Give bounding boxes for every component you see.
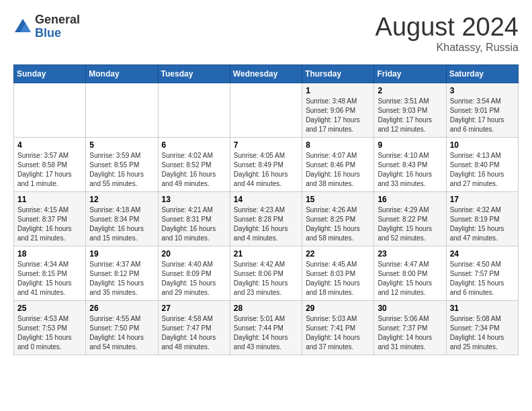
day-number: 11 xyxy=(17,195,82,204)
day-number: 19 xyxy=(89,249,154,259)
logo: General Blue xyxy=(13,13,80,40)
calendar-cell: 19Sunrise: 4:37 AM Sunset: 8:12 PM Dayli… xyxy=(86,246,158,300)
day-number: 13 xyxy=(162,195,226,204)
day-info: Sunrise: 4:26 AM Sunset: 8:25 PM Dayligh… xyxy=(306,205,370,243)
day-number: 16 xyxy=(378,195,442,204)
day-info: Sunrise: 4:23 AM Sunset: 8:28 PM Dayligh… xyxy=(234,205,298,243)
day-number: 28 xyxy=(234,304,298,313)
day-info: Sunrise: 3:59 AM Sunset: 8:55 PM Dayligh… xyxy=(89,151,154,189)
calendar-cell: 9Sunrise: 4:10 AM Sunset: 8:43 PM Daylig… xyxy=(374,137,446,191)
day-number: 22 xyxy=(306,249,370,259)
calendar-cell: 29Sunrise: 5:03 AM Sunset: 7:41 PM Dayli… xyxy=(302,300,374,355)
calendar-cell: 23Sunrise: 4:47 AM Sunset: 8:00 PM Dayli… xyxy=(374,246,446,300)
calendar-cell: 17Sunrise: 4:32 AM Sunset: 8:19 PM Dayli… xyxy=(446,191,518,246)
calendar-cell xyxy=(230,83,302,137)
calendar-cell: 28Sunrise: 5:01 AM Sunset: 7:44 PM Dayli… xyxy=(230,300,302,355)
calendar-cell: 4Sunrise: 3:57 AM Sunset: 8:58 PM Daylig… xyxy=(14,137,86,191)
day-of-week-header: Thursday xyxy=(302,64,374,83)
day-info: Sunrise: 4:05 AM Sunset: 8:49 PM Dayligh… xyxy=(234,151,298,189)
day-number: 23 xyxy=(378,249,442,259)
calendar-table: SundayMondayTuesdayWednesdayThursdayFrid… xyxy=(13,64,519,355)
logo-blue-text: Blue xyxy=(35,27,80,40)
day-of-week-header: Wednesday xyxy=(230,64,302,83)
calendar-week-row: 18Sunrise: 4:34 AM Sunset: 8:15 PM Dayli… xyxy=(14,246,519,300)
day-info: Sunrise: 4:50 AM Sunset: 7:57 PM Dayligh… xyxy=(450,260,515,298)
day-number: 18 xyxy=(17,249,82,259)
calendar-cell: 20Sunrise: 4:40 AM Sunset: 8:09 PM Dayli… xyxy=(158,246,230,300)
day-info: Sunrise: 4:53 AM Sunset: 7:53 PM Dayligh… xyxy=(17,314,82,352)
calendar-cell: 21Sunrise: 4:42 AM Sunset: 8:06 PM Dayli… xyxy=(230,246,302,300)
day-number: 21 xyxy=(234,249,298,259)
day-info: Sunrise: 4:37 AM Sunset: 8:12 PM Dayligh… xyxy=(89,260,154,298)
day-number: 29 xyxy=(306,304,370,313)
day-info: Sunrise: 5:03 AM Sunset: 7:41 PM Dayligh… xyxy=(306,314,370,352)
day-number: 7 xyxy=(234,140,298,150)
day-number: 1 xyxy=(306,86,370,95)
day-info: Sunrise: 4:02 AM Sunset: 8:52 PM Dayligh… xyxy=(162,151,226,189)
day-number: 31 xyxy=(450,304,515,313)
calendar-cell: 8Sunrise: 4:07 AM Sunset: 8:46 PM Daylig… xyxy=(302,137,374,191)
day-number: 17 xyxy=(450,195,515,204)
day-number: 2 xyxy=(378,86,442,95)
calendar-cell: 18Sunrise: 4:34 AM Sunset: 8:15 PM Dayli… xyxy=(14,246,86,300)
day-number: 10 xyxy=(450,140,515,150)
day-info: Sunrise: 3:54 AM Sunset: 9:01 PM Dayligh… xyxy=(450,97,515,134)
calendar-cell: 5Sunrise: 3:59 AM Sunset: 8:55 PM Daylig… xyxy=(86,137,158,191)
day-number: 25 xyxy=(17,304,82,313)
day-info: Sunrise: 5:01 AM Sunset: 7:44 PM Dayligh… xyxy=(234,314,298,352)
day-of-week-header: Tuesday xyxy=(158,64,230,83)
calendar-cell: 16Sunrise: 4:29 AM Sunset: 8:22 PM Dayli… xyxy=(374,191,446,246)
day-number: 30 xyxy=(378,304,442,313)
day-info: Sunrise: 5:06 AM Sunset: 7:37 PM Dayligh… xyxy=(378,314,442,352)
calendar-header: SundayMondayTuesdayWednesdayThursdayFrid… xyxy=(14,64,519,83)
day-info: Sunrise: 4:29 AM Sunset: 8:22 PM Dayligh… xyxy=(378,205,442,243)
day-info: Sunrise: 4:45 AM Sunset: 8:03 PM Dayligh… xyxy=(306,260,370,298)
calendar-cell: 6Sunrise: 4:02 AM Sunset: 8:52 PM Daylig… xyxy=(158,137,230,191)
page-header: General Blue August 2024 Khatassy, Russi… xyxy=(13,13,519,54)
day-info: Sunrise: 4:55 AM Sunset: 7:50 PM Dayligh… xyxy=(89,314,154,352)
calendar-week-row: 25Sunrise: 4:53 AM Sunset: 7:53 PM Dayli… xyxy=(14,300,519,355)
day-number: 3 xyxy=(450,86,515,95)
day-info: Sunrise: 4:18 AM Sunset: 8:34 PM Dayligh… xyxy=(89,205,154,243)
calendar-cell: 1Sunrise: 3:48 AM Sunset: 9:06 PM Daylig… xyxy=(302,83,374,137)
day-info: Sunrise: 4:10 AM Sunset: 8:43 PM Dayligh… xyxy=(378,151,442,189)
calendar-week-row: 11Sunrise: 4:15 AM Sunset: 8:37 PM Dayli… xyxy=(14,191,519,246)
calendar-cell: 15Sunrise: 4:26 AM Sunset: 8:25 PM Dayli… xyxy=(302,191,374,246)
day-number: 14 xyxy=(234,195,298,204)
calendar-cell: 27Sunrise: 4:58 AM Sunset: 7:47 PM Dayli… xyxy=(158,300,230,355)
day-of-week-header: Monday xyxy=(86,64,158,83)
calendar-cell: 30Sunrise: 5:06 AM Sunset: 7:37 PM Dayli… xyxy=(374,300,446,355)
days-of-week-row: SundayMondayTuesdayWednesdayThursdayFrid… xyxy=(14,64,519,83)
day-number: 9 xyxy=(378,140,442,150)
calendar-cell: 14Sunrise: 4:23 AM Sunset: 8:28 PM Dayli… xyxy=(230,191,302,246)
day-of-week-header: Friday xyxy=(374,64,446,83)
calendar-cell: 11Sunrise: 4:15 AM Sunset: 8:37 PM Dayli… xyxy=(14,191,86,246)
day-info: Sunrise: 3:51 AM Sunset: 9:03 PM Dayligh… xyxy=(378,97,442,134)
calendar-body: 1Sunrise: 3:48 AM Sunset: 9:06 PM Daylig… xyxy=(14,83,519,355)
calendar-cell xyxy=(14,83,86,137)
day-info: Sunrise: 4:47 AM Sunset: 8:00 PM Dayligh… xyxy=(378,260,442,298)
location-subtitle: Khatassy, Russia xyxy=(375,42,519,54)
day-number: 26 xyxy=(89,304,154,313)
calendar-cell: 7Sunrise: 4:05 AM Sunset: 8:49 PM Daylig… xyxy=(230,137,302,191)
day-info: Sunrise: 3:48 AM Sunset: 9:06 PM Dayligh… xyxy=(306,97,370,134)
title-block: August 2024 Khatassy, Russia xyxy=(375,13,519,54)
day-number: 24 xyxy=(450,249,515,259)
day-info: Sunrise: 4:07 AM Sunset: 8:46 PM Dayligh… xyxy=(306,151,370,189)
day-info: Sunrise: 4:21 AM Sunset: 8:31 PM Dayligh… xyxy=(162,205,226,243)
calendar-cell: 13Sunrise: 4:21 AM Sunset: 8:31 PM Dayli… xyxy=(158,191,230,246)
calendar-week-row: 1Sunrise: 3:48 AM Sunset: 9:06 PM Daylig… xyxy=(14,83,519,137)
day-number: 4 xyxy=(17,140,82,150)
day-number: 12 xyxy=(89,195,154,204)
day-info: Sunrise: 4:42 AM Sunset: 8:06 PM Dayligh… xyxy=(234,260,298,298)
logo-general-text: General xyxy=(35,13,80,27)
day-number: 15 xyxy=(306,195,370,204)
calendar-cell: 3Sunrise: 3:54 AM Sunset: 9:01 PM Daylig… xyxy=(446,83,518,137)
calendar-cell: 26Sunrise: 4:55 AM Sunset: 7:50 PM Dayli… xyxy=(86,300,158,355)
day-info: Sunrise: 4:58 AM Sunset: 7:47 PM Dayligh… xyxy=(162,314,226,352)
day-number: 5 xyxy=(89,140,154,150)
day-number: 20 xyxy=(162,249,226,259)
day-of-week-header: Saturday xyxy=(446,64,518,83)
calendar-cell: 2Sunrise: 3:51 AM Sunset: 9:03 PM Daylig… xyxy=(374,83,446,137)
calendar-cell: 31Sunrise: 5:08 AM Sunset: 7:34 PM Dayli… xyxy=(446,300,518,355)
